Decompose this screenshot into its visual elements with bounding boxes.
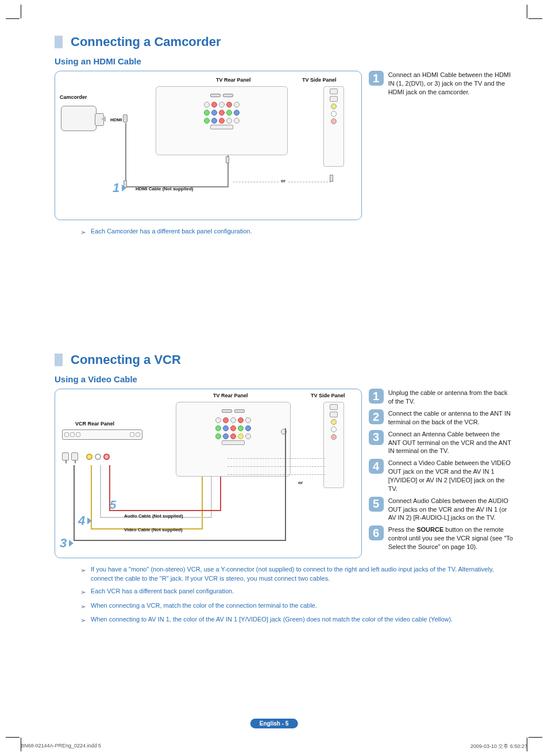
side-rca-w (331, 111, 337, 117)
title-bar-icon (55, 36, 63, 48)
cable-audio-r (220, 477, 221, 511)
label-tv-rear: TV Rear Panel (213, 393, 248, 398)
section2: Connecting a VCR Using a Video Cable TV … (34, 352, 514, 625)
hdmi-plug-icon (226, 156, 229, 163)
diagram-callout-5: 5 (110, 498, 116, 512)
step-text: Connect the cable or antenna to the ANT … (388, 409, 514, 427)
section1-subheading: Using an HDMI Cable (55, 56, 514, 66)
crop-mark (528, 18, 542, 19)
ant-in-icon (62, 452, 69, 460)
section2-steps: 1Unplug the cable or antenna from the ba… (369, 389, 514, 551)
chevron-icon: ➢ (80, 601, 86, 612)
crop-mark (527, 5, 527, 18)
hdmi-side-port (330, 89, 338, 94)
step-text: Press the SOURCE button on the remote co… (388, 525, 514, 551)
section1-steps: 1 Connect an HDMI Cable between the HDMI… (369, 71, 514, 97)
note-text: When connecting a VCR, match the color o… (91, 601, 317, 612)
tv-rear-panel (176, 402, 291, 477)
note-text: When connecting to AV IN 1, the color of… (91, 615, 453, 625)
step-text: Unplug the cable or antenna from the bac… (388, 389, 514, 406)
hdmi-plug-icon (330, 175, 333, 182)
tv-side-panel (323, 86, 344, 167)
side-rca-r (331, 118, 337, 124)
label-hdmi: HDMI (110, 117, 122, 122)
chevron-icon: ➢ (80, 615, 86, 625)
note-text: If you have a "mono" (non-stereo) VCR, u… (91, 565, 514, 584)
cable-dash (227, 474, 325, 475)
section2-diagram: TV Rear Panel TV Side Panel VCR Rear Pan… (55, 389, 362, 558)
label-audio-cable: Audio Cable (Not supplied) (124, 513, 183, 519)
label-tv-side: TV Side Panel (311, 393, 345, 398)
chevron-icon: ➢ (80, 227, 86, 237)
section2-title-row: Connecting a VCR (55, 352, 514, 367)
cable-antenna (285, 428, 286, 541)
vcr-rear-panel (62, 429, 142, 458)
rca-audio-r-icon (103, 454, 110, 460)
cable-audio-l (211, 477, 212, 518)
cable-antenna (74, 465, 75, 540)
crop-mark (528, 737, 542, 738)
chevron-icon: ➢ (80, 587, 86, 597)
arrow-icon (101, 116, 106, 122)
note-text: Each Camcorder has a different back pane… (91, 227, 252, 237)
side-rca-y (331, 103, 337, 109)
rca-video-icon (86, 454, 92, 460)
print-timestamp: 2009-03-10 오후 6:50:27 (470, 743, 527, 750)
step-number: 6 (369, 525, 384, 540)
note-text: Each VCR has a different back panel conf… (91, 587, 234, 597)
note: ➢ Each Camcorder has a different back pa… (80, 227, 514, 237)
label-camcorder: Camcorder (60, 94, 87, 100)
label-video-cable: Video Cable (Not supplied) (124, 527, 183, 532)
hdmi-camcorder-port (123, 114, 128, 122)
label-vcr-rear: VCR Rear Panel (75, 421, 114, 427)
step-number: 1 (369, 71, 384, 86)
step-text: Connect an HDMI Cable between the HDMI I… (388, 71, 514, 97)
step-text: Connect Audio Cables between the AUDIO O… (388, 497, 514, 523)
section2-title: Connecting a VCR (71, 352, 181, 367)
label-tv-rear: TV Rear Panel (216, 77, 251, 83)
page-content: Connecting a Camcorder Using an HDMI Cab… (34, 34, 514, 722)
print-metadata: BN68-02144A-PREng_0224.indd 5 2009-03-10… (21, 743, 527, 750)
cable-audio-l (100, 465, 101, 517)
step: 1 Connect an HDMI Cable between the HDMI… (369, 71, 514, 97)
crop-mark (6, 737, 20, 738)
cable-antenna (74, 540, 286, 541)
section1-figure-row: TV Rear Panel TV Side Panel Camcorder HD… (55, 71, 514, 220)
step-number: 2 (369, 409, 384, 424)
diagram-callout-1: 1 (113, 181, 126, 195)
crop-mark (6, 18, 20, 19)
step-number: 3 (369, 430, 384, 445)
section2-figure-row: TV Rear Panel TV Side Panel VCR Rear Pan… (55, 389, 514, 558)
page-footer-badge: English - 5 (250, 719, 298, 728)
side-rca-r (331, 434, 337, 440)
label-or: or (296, 480, 304, 485)
section2-notes: ➢If you have a "mono" (non-stereo) VCR, … (80, 565, 514, 625)
diagram-callout-4: 4 (78, 513, 92, 528)
label-or: or (279, 178, 287, 183)
ant-out-icon (71, 452, 78, 460)
section1-diagram: TV Rear Panel TV Side Panel Camcorder HD… (55, 71, 362, 220)
diagram-callout-3: 3 (60, 536, 74, 551)
cable-video (202, 477, 203, 529)
section2-subheading: Using a Video Cable (55, 374, 514, 384)
cable-line (125, 123, 126, 186)
section1-notes: ➢ Each Camcorder has a different back pa… (80, 227, 514, 237)
tv-rear-panel (156, 86, 288, 155)
hdmi-port (210, 94, 221, 97)
tv-side-panel (323, 402, 344, 488)
hdmi-port (223, 94, 233, 97)
cable-dash (227, 466, 325, 467)
crop-mark (21, 5, 21, 18)
side-rca-l (331, 427, 337, 432)
section1-title: Connecting a Camcorder (71, 34, 221, 49)
label-tv-side: TV Side Panel (302, 77, 337, 83)
step-text: Connect an Antenna Cable between the ANT… (388, 430, 514, 456)
camcorder-icon (61, 106, 97, 131)
chevron-icon: ➢ (80, 565, 86, 584)
cable-dash (227, 458, 325, 459)
step-number: 4 (369, 459, 384, 474)
rca-audio-l-icon (95, 454, 101, 460)
usb-side-port (330, 96, 338, 102)
step-text: Connect a Video Cable between the VIDEO … (388, 459, 514, 493)
cable-audio-r (109, 510, 221, 511)
